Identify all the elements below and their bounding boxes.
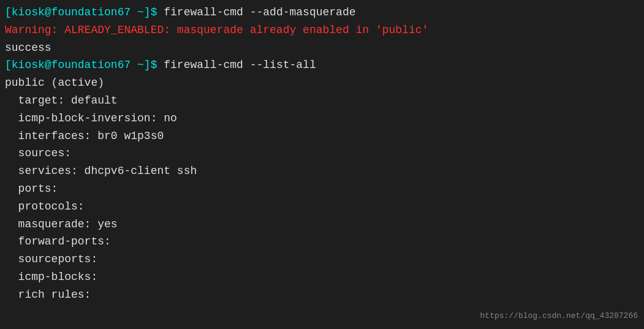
terminal-text: icmp-block-inversion: no bbox=[5, 112, 177, 124]
terminal-text: masquerade: yes bbox=[5, 218, 118, 230]
terminal-line: icmp-block-inversion: no bbox=[5, 110, 639, 127]
terminal-text: target: default bbox=[5, 94, 118, 107]
terminal-window: [kiosk@foundation67 ~]$ firewall-cmd --a… bbox=[0, 0, 644, 329]
terminal-line: masquerade: yes bbox=[5, 216, 639, 233]
terminal-line: rich rules: bbox=[5, 286, 639, 304]
terminal-text: firewall-cmd --add-masquerade bbox=[164, 6, 355, 18]
terminal-text: public (active) bbox=[5, 77, 104, 89]
terminal-text: forward-ports: bbox=[5, 235, 111, 248]
terminal-text: interfaces: br0 w1p3s0 bbox=[5, 130, 164, 142]
terminal-text: [kiosk@foundation67 ~]$ bbox=[5, 59, 164, 71]
terminal-text: Warning: ALREADY_ENABLED: masquerade alr… bbox=[5, 24, 428, 36]
terminal-text: firewall-cmd --list-all bbox=[164, 59, 316, 71]
terminal-text: icmp-blocks: bbox=[5, 271, 97, 283]
terminal-line: success bbox=[5, 39, 639, 57]
terminal-text: protocols: bbox=[5, 200, 85, 213]
terminal-text: sourceports: bbox=[5, 253, 97, 265]
terminal-line: sources: bbox=[5, 145, 639, 162]
terminal-line: ports: bbox=[5, 180, 639, 198]
terminal-line: Warning: ALREADY_ENABLED: masquerade alr… bbox=[5, 21, 639, 39]
terminal-line: protocols: bbox=[5, 198, 639, 216]
terminal-line: sourceports: bbox=[5, 251, 639, 268]
terminal-text: services: dhcpv6-client ssh bbox=[5, 165, 197, 177]
terminal-text: rich rules: bbox=[5, 289, 91, 301]
terminal-line: public (active) bbox=[5, 74, 639, 92]
terminal-line: target: default bbox=[5, 92, 639, 110]
terminal-line: icmp-blocks: bbox=[5, 268, 639, 286]
terminal-text: [kiosk@foundation67 ~]$ bbox=[5, 6, 164, 18]
terminal-text: success bbox=[5, 42, 51, 54]
terminal-line: interfaces: br0 w1p3s0 bbox=[5, 127, 639, 145]
terminal-text: ports: bbox=[5, 183, 58, 195]
terminal-line: [kiosk@foundation67 ~]$ firewall-cmd --a… bbox=[5, 4, 639, 21]
terminal-text: sources: bbox=[5, 147, 71, 159]
terminal-line: [kiosk@foundation67 ~]$ firewall-cmd --l… bbox=[5, 56, 639, 74]
terminal-line: services: dhcpv6-client ssh bbox=[5, 162, 639, 180]
terminal-line: forward-ports: bbox=[5, 233, 639, 251]
watermark: https://blog.csdn.net/qq_43287266 bbox=[480, 310, 638, 323]
